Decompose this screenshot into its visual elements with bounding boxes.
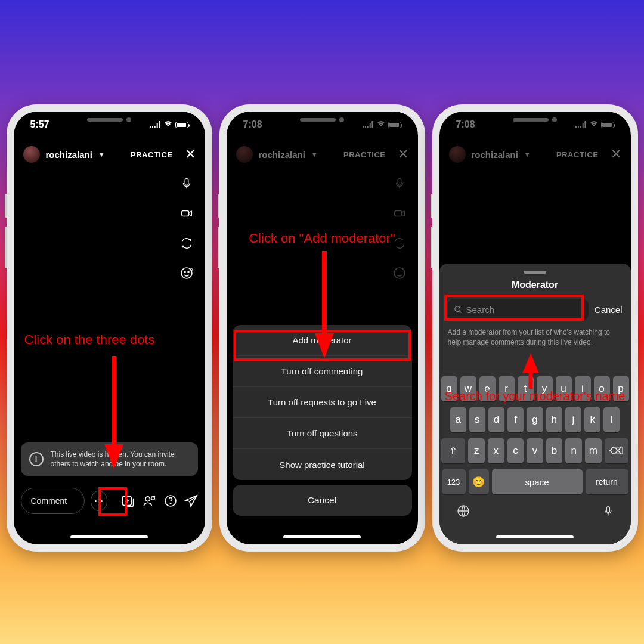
- home-indicator[interactable]: [283, 535, 361, 538]
- wifi-icon: [163, 120, 173, 129]
- key-123[interactable]: 123: [442, 469, 466, 494]
- key-f[interactable]: f: [507, 407, 524, 432]
- practice-badge: PRACTICE: [343, 150, 385, 159]
- key-⌫[interactable]: ⌫: [605, 438, 628, 463]
- key-h[interactable]: h: [546, 407, 562, 432]
- invite-guest-icon[interactable]: [142, 493, 157, 509]
- key-v[interactable]: v: [527, 438, 543, 463]
- mic-icon[interactable]: [179, 176, 194, 191]
- status-bar: 7:08 ...ıl: [227, 112, 418, 138]
- sheet-cancel[interactable]: Cancel: [233, 485, 412, 516]
- svg-marker-18: [522, 353, 539, 373]
- phone-1: 5:57 ...ıl rochizalani ▼ PRACTICE ✕: [7, 104, 212, 552]
- close-icon[interactable]: ✕: [185, 147, 196, 162]
- sheet-turn-off-requests[interactable]: Turn off requests to go Live: [233, 387, 412, 418]
- wifi-icon: [589, 120, 599, 129]
- svg-marker-6: [104, 444, 123, 469]
- search-cancel[interactable]: Cancel: [595, 305, 623, 315]
- cellular-icon: ...ıl: [149, 120, 160, 129]
- live-header: rochizalani ▼ PRACTICE ✕: [439, 141, 631, 168]
- annotation-text-1: Click on the three dots: [24, 332, 155, 348]
- battery-icon: [601, 122, 614, 128]
- sheet-show-tutorial[interactable]: Show practice tutorial: [233, 449, 412, 480]
- switch-camera-icon[interactable]: [179, 236, 194, 251]
- key-g[interactable]: g: [527, 407, 543, 432]
- avatar: [236, 146, 253, 163]
- question-icon[interactable]: [163, 493, 178, 509]
- comment-input[interactable]: Comment: [21, 488, 85, 514]
- svg-point-14: [394, 268, 405, 278]
- key-n[interactable]: n: [565, 438, 582, 463]
- svg-point-11: [170, 503, 171, 504]
- phone-3: 7:08 ...ıl rochizalani ▼ PRACTICE ✕ Mode…: [432, 104, 638, 552]
- avatar[interactable]: [23, 146, 40, 163]
- sheet-turn-off-questions[interactable]: Turn off questions: [233, 418, 412, 449]
- battery-icon: [388, 122, 401, 128]
- face-filter-icon: [392, 265, 407, 281]
- svg-point-4: [188, 271, 189, 273]
- key-a[interactable]: a: [450, 407, 466, 432]
- modal-title: Moderator: [448, 280, 623, 290]
- sheet-grabber[interactable]: [524, 271, 546, 274]
- key-return[interactable]: return: [586, 469, 628, 494]
- key-x[interactable]: x: [488, 438, 504, 463]
- chevron-down-icon: ▼: [311, 151, 318, 158]
- svg-marker-16: [315, 333, 334, 358]
- chevron-down-icon: ▼: [524, 151, 531, 158]
- mic-icon: [392, 176, 407, 191]
- username-label: rochizalani: [472, 150, 518, 160]
- share-icon[interactable]: [184, 493, 198, 509]
- cellular-icon: ...ıl: [575, 120, 586, 129]
- key-j[interactable]: j: [565, 407, 581, 432]
- key-d[interactable]: d: [488, 407, 504, 432]
- username-label: rochizalani: [259, 150, 305, 160]
- key-l[interactable]: l: [603, 407, 620, 432]
- avatar: [449, 146, 466, 163]
- close-icon: ✕: [611, 147, 621, 162]
- key-m[interactable]: m: [585, 438, 602, 463]
- practice-badge: PRACTICE: [131, 150, 172, 159]
- info-icon: i: [29, 452, 44, 466]
- status-time: 7:08: [243, 119, 262, 130]
- key-c[interactable]: c: [507, 438, 524, 463]
- key-z[interactable]: z: [468, 438, 485, 463]
- highlight-box-dots: [98, 487, 127, 516]
- home-indicator[interactable]: [70, 535, 148, 538]
- svg-point-3: [184, 271, 185, 273]
- svg-rect-13: [394, 210, 401, 216]
- close-icon: ✕: [398, 147, 408, 162]
- key-s[interactable]: s: [469, 407, 485, 432]
- status-time: 5:57: [30, 119, 49, 130]
- moderator-modal: Moderator Search Cancel Add a moderator …: [439, 264, 631, 544]
- key-b[interactable]: b: [546, 438, 563, 463]
- svg-rect-1: [181, 210, 188, 216]
- status-time: 7:08: [456, 119, 475, 130]
- username-label[interactable]: rochizalani: [46, 150, 92, 160]
- home-indicator[interactable]: [496, 535, 574, 538]
- wifi-icon: [376, 120, 386, 129]
- cellular-icon: ...ıl: [362, 120, 373, 129]
- key-space[interactable]: space: [492, 469, 583, 494]
- live-header: rochizalani ▼ PRACTICE ✕: [227, 141, 418, 168]
- svg-rect-21: [606, 507, 609, 513]
- key-⇧[interactable]: ⇧: [441, 438, 465, 463]
- video-icon[interactable]: [179, 206, 194, 221]
- globe-icon[interactable]: [456, 504, 470, 521]
- status-bar: 5:57 ...ıl: [14, 112, 205, 138]
- live-header: rochizalani ▼ PRACTICE ✕: [14, 141, 205, 168]
- modal-description: Add a moderator from your list of who's …: [448, 327, 623, 348]
- highlight-box-search: [444, 295, 584, 321]
- key-emoji[interactable]: 😊: [469, 469, 489, 494]
- annotation-text-2: Click on "Add moderator": [227, 231, 418, 246]
- svg-rect-0: [185, 179, 188, 185]
- annotation-text-3: Search for your moderator's name: [439, 389, 631, 403]
- practice-badge: PRACTICE: [556, 150, 598, 159]
- keyboard-mic-icon[interactable]: [602, 504, 614, 521]
- svg-point-8: [145, 497, 150, 501]
- face-filter-icon[interactable]: [179, 265, 194, 281]
- key-k[interactable]: k: [584, 407, 600, 432]
- chevron-down-icon[interactable]: ▼: [98, 151, 105, 158]
- svg-rect-12: [398, 179, 401, 185]
- phone-2: 7:08 ...ıl rochizalani ▼ PRACTICE ✕: [219, 104, 425, 552]
- status-bar: 7:08 ...ıl: [439, 112, 631, 138]
